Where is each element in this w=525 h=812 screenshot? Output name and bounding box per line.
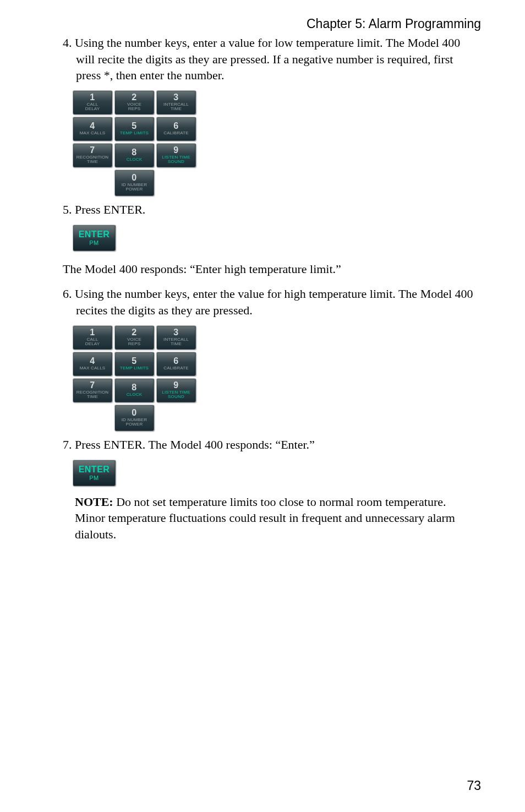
key-1b-label: CALL DELAY (85, 337, 100, 347)
note-bold: NOTE: (75, 495, 113, 509)
key-6b[interactable]: 6CALIBRATE (156, 352, 196, 376)
note-rest: Do not set temperature limits too close … (75, 495, 455, 541)
key-4-label: MAX CALLS (80, 131, 106, 135)
response-text: The Model 400 responds: “Enter high temp… (63, 261, 481, 277)
key-7b[interactable]: 7RECOGNITION TIME (73, 378, 112, 402)
enter-sub-1: PM (89, 239, 99, 246)
key-0b[interactable]: 0ID NUMBER POWER (114, 405, 154, 431)
key-6b-label: CALIBRATE (163, 366, 189, 370)
key-4-num: 4 (90, 122, 95, 131)
step-4-text: 4. Using the number keys, enter a value … (63, 35, 481, 84)
key-5b-label: TEMP LIMITS (120, 366, 149, 370)
key-8b-label: CLOCK (127, 393, 143, 397)
key-5-num: 5 (132, 122, 136, 131)
step-5-text: 5. Press ENTER. (63, 201, 481, 218)
note-text: NOTE: Do not set temperature limits too … (75, 494, 481, 543)
step-6-text: 6. Using the number keys, enter the valu… (63, 286, 481, 318)
key-2b[interactable]: 2VOICE REPS (114, 325, 154, 350)
key-4[interactable]: 4MAX CALLS (73, 117, 112, 141)
enter-main-2: ENTER (79, 465, 110, 475)
key-8b-num: 8 (132, 383, 136, 393)
key-6[interactable]: 6CALIBRATE (156, 117, 196, 141)
key-7[interactable]: 7RECOGNITION TIME (73, 143, 112, 167)
key-9b-label: LISTEN TIME SOUND (162, 390, 190, 400)
key-2b-label: VOICE REPS (127, 337, 141, 347)
key-0-num: 0 (132, 173, 136, 183)
key-9b-num: 9 (173, 381, 178, 390)
key-1-label: CALL DELAY (85, 102, 100, 112)
key-0-label: ID NUMBER POWER (122, 183, 147, 192)
enter-sub-2: PM (89, 475, 99, 481)
key-1-num: 1 (90, 93, 95, 102)
key-9b[interactable]: 9LISTEN TIME SOUND (156, 378, 196, 402)
key-5b-num: 5 (132, 357, 136, 366)
key-2-num: 2 (132, 93, 136, 102)
key-8[interactable]: 8CLOCK (114, 143, 154, 167)
page-number: 73 (467, 778, 481, 793)
key-1b[interactable]: 1CALL DELAY (73, 325, 112, 350)
key-6-label: CALIBRATE (163, 131, 189, 135)
key-0b-label: ID NUMBER POWER (122, 418, 147, 427)
key-5b[interactable]: 5TEMP LIMITS (114, 352, 154, 376)
step-7-text: 7. Press ENTER. The Model 400 responds: … (63, 437, 481, 453)
key-5-label: TEMP LIMITS (120, 131, 149, 135)
key-8-num: 8 (132, 148, 136, 157)
key-2-label: VOICE REPS (127, 102, 141, 112)
key-6b-num: 6 (173, 357, 178, 366)
key-3b-num: 3 (173, 328, 178, 337)
key-1b-num: 1 (90, 328, 95, 337)
key-0b-num: 0 (132, 408, 136, 418)
key-3-label: INTERCALL TIME (163, 102, 189, 112)
key-4b[interactable]: 4MAX CALLS (73, 352, 112, 376)
keypad-1: 1CALL DELAY 2VOICE REPS 3INTERCALL TIME … (73, 90, 481, 196)
enter-main-1: ENTER (79, 230, 110, 239)
chapter-heading: Chapter 5: Alarm Programming (44, 17, 481, 31)
key-3b-label: INTERCALL TIME (163, 337, 189, 347)
key-3[interactable]: 3INTERCALL TIME (156, 90, 196, 115)
key-6-num: 6 (173, 122, 178, 131)
key-0[interactable]: 0ID NUMBER POWER (114, 170, 154, 196)
key-2b-num: 2 (132, 328, 136, 337)
key-5[interactable]: 5TEMP LIMITS (114, 117, 154, 141)
enter-key-1[interactable]: ENTER PM (73, 225, 116, 251)
keypad-2: 1CALL DELAY 2VOICE REPS 3INTERCALL TIME … (73, 325, 481, 431)
key-7-num: 7 (90, 146, 95, 155)
key-1[interactable]: 1CALL DELAY (73, 90, 112, 115)
key-2[interactable]: 2VOICE REPS (114, 90, 154, 115)
key-8b[interactable]: 8CLOCK (114, 378, 154, 402)
key-3-num: 3 (173, 93, 178, 102)
key-4b-label: MAX CALLS (80, 366, 106, 370)
key-8-label: CLOCK (127, 157, 143, 162)
key-4b-num: 4 (90, 357, 95, 366)
key-9[interactable]: 9LISTEN TIME SOUND (156, 143, 196, 167)
key-7-label: RECOGNITION TIME (76, 155, 109, 165)
key-7b-label: RECOGNITION TIME (76, 390, 109, 400)
key-9-label: LISTEN TIME SOUND (162, 155, 190, 165)
key-7b-num: 7 (90, 381, 95, 390)
key-3b[interactable]: 3INTERCALL TIME (156, 325, 196, 350)
key-9-num: 9 (173, 146, 178, 155)
enter-key-2[interactable]: ENTER PM (73, 460, 116, 486)
